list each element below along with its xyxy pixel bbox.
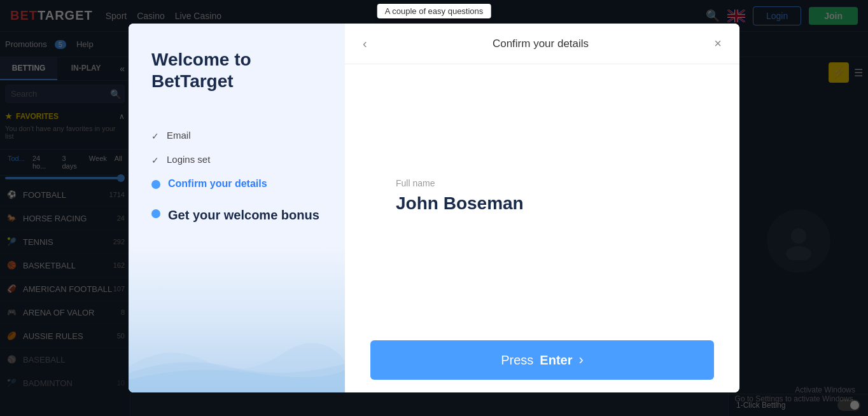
step-bonus: Get your welcome bonus [151, 207, 322, 223]
dialog-close-button[interactable]: × [709, 34, 727, 53]
step-logins-label: Logins set [167, 154, 210, 165]
dialog-title: Confirm your details [372, 38, 710, 50]
wave-decoration [129, 316, 345, 392]
field-value: John Boseman [396, 193, 689, 214]
check-icon-2: ✓ [151, 155, 159, 165]
step-confirm-label: Confirm your details [168, 178, 267, 190]
press-enter-bold: Enter [540, 353, 572, 368]
active-step-dot [151, 180, 160, 189]
step-email: ✓ Email [151, 130, 322, 141]
dialog-overlay[interactable]: A couple of easy questions Welcome to Be… [0, 0, 868, 416]
easy-questions-tooltip: A couple of easy questions [377, 4, 491, 18]
dialog-header: ‹ Confirm your details × [345, 24, 739, 64]
dialog-footer: Press Enter › [345, 328, 739, 392]
step-bonus-label: Get your welcome bonus [168, 207, 319, 223]
dialog-left-panel: Welcome to BetTarget ✓ Email ✓ Logins se… [129, 24, 345, 392]
press-enter-arrow-icon: › [578, 352, 583, 368]
dialog-right-panel: ‹ Confirm your details × Full name John … [345, 24, 739, 392]
tooltip-arrow [423, 18, 430, 22]
dialog-back-button[interactable]: ‹ [358, 34, 372, 53]
check-icon: ✓ [151, 131, 159, 141]
registration-dialog: Welcome to BetTarget ✓ Email ✓ Logins se… [129, 24, 739, 392]
inactive-step-dot [151, 209, 160, 218]
step-confirm: Confirm your details [151, 178, 322, 190]
press-enter-prefix: Press [501, 353, 533, 368]
step-email-label: Email [167, 130, 191, 141]
field-label: Full name [396, 178, 689, 188]
press-enter-button[interactable]: Press Enter › [370, 340, 714, 380]
step-list: ✓ Email ✓ Logins set Confirm your detail… [151, 130, 322, 223]
dialog-welcome-title: Welcome to BetTarget [151, 49, 322, 92]
step-logins: ✓ Logins set [151, 154, 322, 165]
dialog-body: Full name John Boseman [345, 64, 739, 328]
